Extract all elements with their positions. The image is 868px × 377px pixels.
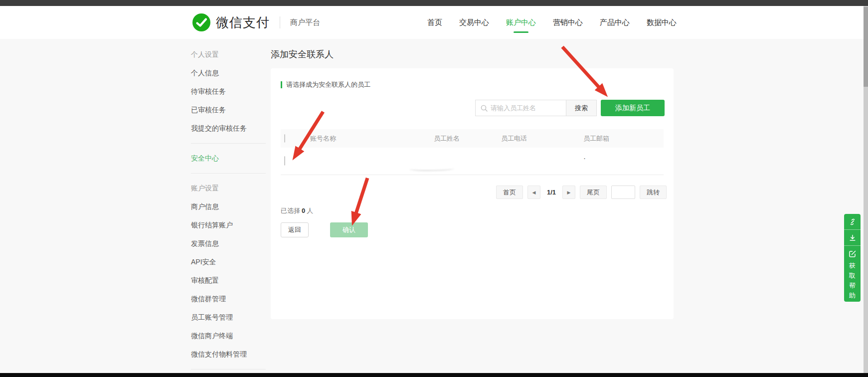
sidebar-divider xyxy=(191,173,266,174)
sidebar-section-account-settings: 账户设置 xyxy=(191,179,266,197)
sidebar-item-invoice-info[interactable]: 发票信息 xyxy=(191,234,266,253)
back-button[interactable]: 返回 xyxy=(281,222,309,237)
page-title: 添加安全联系人 xyxy=(271,48,334,60)
page-jump-input[interactable] xyxy=(611,186,635,199)
nav-product-center[interactable]: 产品中心 xyxy=(600,18,630,27)
redacted-signature-mark xyxy=(409,167,454,171)
scrollbar-thumb[interactable] xyxy=(864,7,868,87)
wechat-pay-logo-icon xyxy=(192,13,211,32)
sidebar-item-merchant-info[interactable]: 商户信息 xyxy=(191,197,266,216)
sidebar-item-review-config[interactable]: 审核配置 xyxy=(191,271,266,290)
first-page-button[interactable]: 首页 xyxy=(496,186,523,199)
sidebar-item-bank-settlement-account[interactable]: 银行结算账户 xyxy=(191,216,266,234)
get-help-label: 获取帮助 xyxy=(849,261,856,301)
portal-name: 商户平台 xyxy=(290,18,320,27)
page-indicator: 1/1 xyxy=(547,188,556,196)
sidebar-item-my-submitted-review-tasks[interactable]: 我提交的审核任务 xyxy=(191,119,266,138)
row-checkbox[interactable] xyxy=(284,156,285,166)
nav-data-center[interactable]: 数据中心 xyxy=(647,18,677,27)
floating-toolbar: 获取帮助 xyxy=(844,214,861,302)
sidebar-item-wechat-pay-material-management[interactable]: 微信支付物料管理 xyxy=(191,345,266,364)
sidebar: 个人设置 个人信息 待审核任务 已审核任务 我提交的审核任务 安全中心 账户设置… xyxy=(191,45,266,375)
sidebar-item-employee-account-management[interactable]: 员工账号管理 xyxy=(191,308,266,327)
nav-account-center[interactable]: 账户中心 xyxy=(506,18,536,27)
page-jump-button[interactable]: 跳转 xyxy=(640,186,667,199)
section-label-accent-bar xyxy=(281,81,282,88)
pagination: 首页 ◀ 1/1 ▶ 尾页 跳转 xyxy=(496,186,667,199)
brand-name: 微信支付 xyxy=(216,14,270,31)
employee-name-search-input[interactable] xyxy=(491,104,555,112)
app-header: 微信支付 商户平台 首页 交易中心 账户中心 营销中心 产品中心 数据中心 xyxy=(0,6,868,39)
link-icon xyxy=(849,218,857,226)
sidebar-divider xyxy=(191,369,266,370)
get-help-button[interactable]: 获取帮助 xyxy=(844,246,861,302)
last-page-button[interactable]: 尾页 xyxy=(580,186,607,199)
column-header-employee-email: 员工邮箱 xyxy=(580,134,664,143)
quick-link-button[interactable] xyxy=(844,214,861,230)
next-page-button[interactable]: ▶ xyxy=(562,186,575,199)
section-label-text: 请选择成为安全联系人的员工 xyxy=(286,80,370,89)
table-header-row: 账号名称 员工姓名 员工电话 员工邮箱 xyxy=(281,129,664,148)
column-header-employee-phone: 员工电话 xyxy=(498,134,580,143)
add-new-employee-button[interactable]: 添加新员工 xyxy=(601,100,665,116)
brand-separator xyxy=(280,16,280,28)
selection-summary: 已选择0人 xyxy=(281,206,313,215)
feedback-icon xyxy=(849,250,857,258)
screen: 微信支付 商户平台 首页 交易中心 账户中心 营销中心 产品中心 数据中心 个人… xyxy=(0,0,868,377)
sidebar-item-security-center[interactable]: 安全中心 xyxy=(191,149,266,168)
main-card: 请选择成为安全联系人的员工 搜索 添加新员工 账号名称 员工姓名 员工电话 员工… xyxy=(271,68,674,319)
redacted-employee-email: · xyxy=(580,156,664,161)
top-nav: 首页 交易中心 账户中心 营销中心 产品中心 数据中心 xyxy=(427,6,677,39)
sidebar-item-pending-review-tasks[interactable]: 待审核任务 xyxy=(191,82,266,101)
sidebar-divider xyxy=(191,143,266,144)
table-row: · xyxy=(281,148,664,175)
sidebar-item-wechat-merchant-terminal[interactable]: 微信商户终端 xyxy=(191,327,266,345)
nav-marketing-center[interactable]: 营销中心 xyxy=(553,18,583,27)
brand: 微信支付 商户平台 xyxy=(192,6,320,39)
select-all-checkbox[interactable] xyxy=(284,134,285,143)
download-icon xyxy=(849,234,857,242)
section-label: 请选择成为安全联系人的员工 xyxy=(281,80,370,89)
sidebar-section-personal-settings: 个人设置 xyxy=(191,45,266,64)
window-bottom-bar xyxy=(0,373,868,377)
sidebar-item-api-security[interactable]: API安全 xyxy=(191,253,266,271)
nav-transaction-center[interactable]: 交易中心 xyxy=(459,18,489,27)
search-button[interactable]: 搜索 xyxy=(566,100,597,116)
browser-scrollbar[interactable] xyxy=(864,6,868,373)
column-header-account-name: 账号名称 xyxy=(307,134,430,143)
employee-table: 账号名称 员工姓名 员工电话 员工邮箱 · xyxy=(281,129,664,175)
window-top-bar xyxy=(0,0,868,6)
prev-page-button[interactable]: ◀ xyxy=(527,186,540,199)
employee-search-box xyxy=(475,100,566,116)
nav-home[interactable]: 首页 xyxy=(427,18,442,27)
search-icon xyxy=(481,105,488,112)
column-header-employee-name: 员工姓名 xyxy=(430,134,498,143)
sidebar-item-personal-info[interactable]: 个人信息 xyxy=(191,64,266,82)
selection-count: 0 xyxy=(302,207,305,214)
sidebar-item-wechat-group-management[interactable]: 微信群管理 xyxy=(191,290,266,308)
confirm-button[interactable]: 确认 xyxy=(330,222,368,237)
sidebar-item-reviewed-tasks[interactable]: 已审核任务 xyxy=(191,101,266,119)
selection-suffix: 人 xyxy=(307,207,313,214)
download-button[interactable] xyxy=(844,230,861,246)
selection-prefix: 已选择 xyxy=(281,207,300,214)
